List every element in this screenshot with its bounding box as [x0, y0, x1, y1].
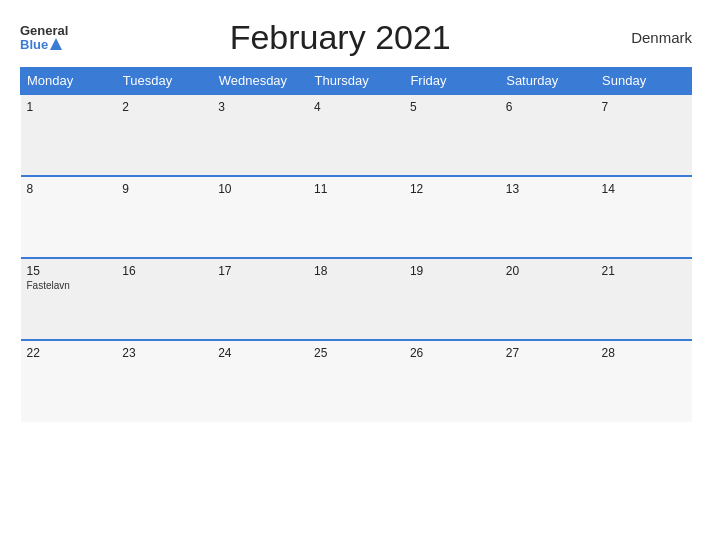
calendar-title: February 2021: [68, 18, 612, 57]
day-number: 13: [506, 182, 590, 196]
weekday-header-wednesday: Wednesday: [212, 68, 308, 95]
header: General Blue February 2021 Denmark: [20, 18, 692, 57]
calendar-page: General Blue February 2021 Denmark Monda…: [0, 0, 712, 550]
day-number: 24: [218, 346, 302, 360]
day-cell-23: 23: [116, 340, 212, 422]
logo-blue-text: Blue: [20, 38, 48, 51]
day-number: 19: [410, 264, 494, 278]
day-number: 3: [218, 100, 302, 114]
day-cell-20: 20: [500, 258, 596, 340]
day-number: 28: [602, 346, 686, 360]
day-cell-25: 25: [308, 340, 404, 422]
week-row-1: 1234567: [21, 94, 692, 176]
calendar-table: MondayTuesdayWednesdayThursdayFridaySatu…: [20, 67, 692, 422]
day-number: 25: [314, 346, 398, 360]
day-number: 17: [218, 264, 302, 278]
logo-triangle-icon: [49, 37, 63, 51]
day-number: 27: [506, 346, 590, 360]
country-label: Denmark: [612, 29, 692, 46]
day-cell-17: 17: [212, 258, 308, 340]
logo-general-text: General: [20, 24, 68, 37]
day-cell-22: 22: [21, 340, 117, 422]
weekday-header-tuesday: Tuesday: [116, 68, 212, 95]
day-cell-18: 18: [308, 258, 404, 340]
day-number: 11: [314, 182, 398, 196]
day-cell-6: 6: [500, 94, 596, 176]
day-number: 16: [122, 264, 206, 278]
logo: General Blue: [20, 24, 68, 52]
weekday-header-sunday: Sunday: [596, 68, 692, 95]
day-cell-28: 28: [596, 340, 692, 422]
day-cell-4: 4: [308, 94, 404, 176]
day-cell-2: 2: [116, 94, 212, 176]
day-number: 14: [602, 182, 686, 196]
day-cell-26: 26: [404, 340, 500, 422]
day-number: 10: [218, 182, 302, 196]
day-number: 21: [602, 264, 686, 278]
day-cell-7: 7: [596, 94, 692, 176]
day-event: Fastelavn: [27, 280, 111, 291]
day-cell-10: 10: [212, 176, 308, 258]
week-row-4: 22232425262728: [21, 340, 692, 422]
weekday-header-monday: Monday: [21, 68, 117, 95]
week-row-2: 891011121314: [21, 176, 692, 258]
day-number: 18: [314, 264, 398, 278]
day-number: 2: [122, 100, 206, 114]
day-number: 4: [314, 100, 398, 114]
day-cell-15: 15Fastelavn: [21, 258, 117, 340]
day-cell-19: 19: [404, 258, 500, 340]
day-cell-14: 14: [596, 176, 692, 258]
day-number: 9: [122, 182, 206, 196]
day-number: 26: [410, 346, 494, 360]
day-number: 22: [27, 346, 111, 360]
weekday-header-thursday: Thursday: [308, 68, 404, 95]
day-number: 7: [602, 100, 686, 114]
day-cell-21: 21: [596, 258, 692, 340]
weekday-header-saturday: Saturday: [500, 68, 596, 95]
day-cell-1: 1: [21, 94, 117, 176]
day-cell-8: 8: [21, 176, 117, 258]
day-cell-12: 12: [404, 176, 500, 258]
day-cell-5: 5: [404, 94, 500, 176]
day-cell-13: 13: [500, 176, 596, 258]
day-number: 20: [506, 264, 590, 278]
day-number: 15: [27, 264, 111, 278]
day-cell-9: 9: [116, 176, 212, 258]
day-number: 5: [410, 100, 494, 114]
day-cell-27: 27: [500, 340, 596, 422]
day-number: 23: [122, 346, 206, 360]
day-number: 1: [27, 100, 111, 114]
week-row-3: 15Fastelavn161718192021: [21, 258, 692, 340]
day-cell-11: 11: [308, 176, 404, 258]
day-cell-3: 3: [212, 94, 308, 176]
day-number: 8: [27, 182, 111, 196]
weekday-header-row: MondayTuesdayWednesdayThursdayFridaySatu…: [21, 68, 692, 95]
day-number: 6: [506, 100, 590, 114]
svg-marker-0: [50, 38, 62, 50]
day-cell-16: 16: [116, 258, 212, 340]
day-cell-24: 24: [212, 340, 308, 422]
day-number: 12: [410, 182, 494, 196]
weekday-header-friday: Friday: [404, 68, 500, 95]
